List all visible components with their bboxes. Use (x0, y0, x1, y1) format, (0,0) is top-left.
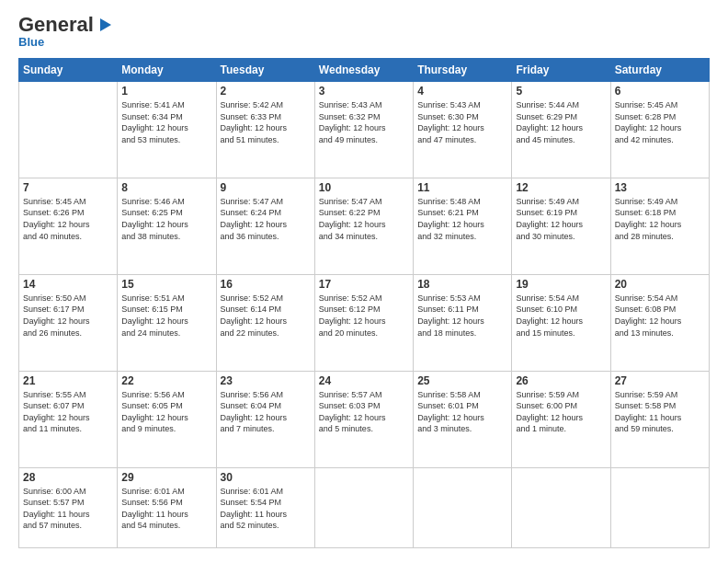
header: General Blue (18, 15, 710, 49)
day-number: 10 (319, 181, 409, 194)
calendar-row-0: 1Sunrise: 5:41 AM Sunset: 6:34 PM Daylig… (19, 82, 710, 178)
day-info: Sunrise: 5:41 AM Sunset: 6:34 PM Dayligh… (121, 99, 211, 145)
logo-general: General (18, 15, 94, 35)
calendar-row-1: 7Sunrise: 5:45 AM Sunset: 6:26 PM Daylig… (19, 178, 710, 274)
weekday-saturday: Saturday (610, 59, 709, 82)
day-number: 14 (23, 278, 113, 291)
weekday-header-row: SundayMondayTuesdayWednesdayThursdayFrid… (19, 59, 710, 82)
svg-marker-0 (100, 18, 111, 31)
logo-blue: Blue (18, 35, 44, 49)
day-number: 7 (23, 181, 113, 194)
day-number: 30 (221, 471, 311, 484)
calendar-cell (512, 467, 610, 548)
weekday-sunday: Sunday (19, 59, 118, 82)
day-info: Sunrise: 5:51 AM Sunset: 6:15 PM Dayligh… (121, 293, 211, 339)
day-info: Sunrise: 5:52 AM Sunset: 6:14 PM Dayligh… (221, 293, 311, 339)
day-number: 24 (319, 374, 409, 387)
calendar-cell: 14Sunrise: 5:50 AM Sunset: 6:17 PM Dayli… (19, 274, 118, 371)
calendar-cell: 12Sunrise: 5:49 AM Sunset: 6:19 PM Dayli… (512, 178, 610, 274)
calendar-cell: 26Sunrise: 5:59 AM Sunset: 6:00 PM Dayli… (512, 371, 610, 467)
day-info: Sunrise: 5:59 AM Sunset: 5:58 PM Dayligh… (615, 389, 705, 435)
day-number: 15 (121, 278, 211, 291)
day-info: Sunrise: 6:01 AM Sunset: 5:54 PM Dayligh… (221, 486, 311, 532)
day-number: 1 (121, 85, 211, 98)
day-info: Sunrise: 5:46 AM Sunset: 6:25 PM Dayligh… (121, 196, 211, 242)
day-info: Sunrise: 5:42 AM Sunset: 6:33 PM Dayligh… (221, 99, 311, 145)
day-info: Sunrise: 5:55 AM Sunset: 6:07 PM Dayligh… (23, 389, 113, 435)
day-info: Sunrise: 5:53 AM Sunset: 6:11 PM Dayligh… (417, 293, 507, 339)
calendar-table: SundayMondayTuesdayWednesdayThursdayFrid… (18, 58, 710, 548)
calendar-cell: 4Sunrise: 5:43 AM Sunset: 6:30 PM Daylig… (414, 82, 512, 178)
day-info: Sunrise: 5:43 AM Sunset: 6:32 PM Dayligh… (319, 99, 409, 145)
day-number: 18 (417, 278, 507, 291)
calendar-cell: 10Sunrise: 5:47 AM Sunset: 6:22 PM Dayli… (314, 178, 413, 274)
day-number: 26 (516, 374, 606, 387)
day-number: 11 (417, 181, 507, 194)
calendar-cell: 16Sunrise: 5:52 AM Sunset: 6:14 PM Dayli… (216, 274, 314, 371)
calendar-cell: 21Sunrise: 5:55 AM Sunset: 6:07 PM Dayli… (19, 371, 118, 467)
day-info: Sunrise: 5:58 AM Sunset: 6:01 PM Dayligh… (417, 389, 507, 435)
day-info: Sunrise: 5:56 AM Sunset: 6:04 PM Dayligh… (221, 389, 311, 435)
day-number: 13 (615, 181, 705, 194)
calendar-cell: 24Sunrise: 5:57 AM Sunset: 6:03 PM Dayli… (314, 371, 413, 467)
weekday-thursday: Thursday (414, 59, 512, 82)
day-info: Sunrise: 5:48 AM Sunset: 6:21 PM Dayligh… (417, 196, 507, 242)
day-number: 2 (221, 85, 311, 98)
weekday-monday: Monday (118, 59, 216, 82)
calendar-cell: 27Sunrise: 5:59 AM Sunset: 5:58 PM Dayli… (610, 371, 709, 467)
calendar-cell: 2Sunrise: 5:42 AM Sunset: 6:33 PM Daylig… (216, 82, 314, 178)
calendar-cell: 13Sunrise: 5:49 AM Sunset: 6:18 PM Dayli… (610, 178, 709, 274)
calendar-row-4: 28Sunrise: 6:00 AM Sunset: 5:57 PM Dayli… (19, 467, 710, 548)
calendar-cell: 9Sunrise: 5:47 AM Sunset: 6:24 PM Daylig… (216, 178, 314, 274)
calendar-cell: 6Sunrise: 5:45 AM Sunset: 6:28 PM Daylig… (610, 82, 709, 178)
day-info: Sunrise: 5:50 AM Sunset: 6:17 PM Dayligh… (23, 293, 113, 339)
day-number: 29 (121, 471, 211, 484)
day-info: Sunrise: 5:49 AM Sunset: 6:19 PM Dayligh… (516, 196, 606, 242)
day-number: 23 (221, 374, 311, 387)
calendar-cell: 1Sunrise: 5:41 AM Sunset: 6:34 PM Daylig… (118, 82, 216, 178)
day-info: Sunrise: 5:44 AM Sunset: 6:29 PM Dayligh… (516, 99, 606, 145)
day-info: Sunrise: 5:47 AM Sunset: 6:24 PM Dayligh… (221, 196, 311, 242)
calendar-row-2: 14Sunrise: 5:50 AM Sunset: 6:17 PM Dayli… (19, 274, 710, 371)
calendar-cell: 20Sunrise: 5:54 AM Sunset: 6:08 PM Dayli… (610, 274, 709, 371)
day-number: 4 (417, 85, 507, 98)
day-info: Sunrise: 5:43 AM Sunset: 6:30 PM Dayligh… (417, 99, 507, 145)
day-number: 27 (615, 374, 705, 387)
calendar-cell: 15Sunrise: 5:51 AM Sunset: 6:15 PM Dayli… (118, 274, 216, 371)
calendar-cell: 29Sunrise: 6:01 AM Sunset: 5:56 PM Dayli… (118, 467, 216, 548)
calendar-cell: 23Sunrise: 5:56 AM Sunset: 6:04 PM Dayli… (216, 371, 314, 467)
calendar-cell: 8Sunrise: 5:46 AM Sunset: 6:25 PM Daylig… (118, 178, 216, 274)
day-number: 17 (319, 278, 409, 291)
day-number: 9 (221, 181, 311, 194)
calendar-cell: 18Sunrise: 5:53 AM Sunset: 6:11 PM Dayli… (414, 274, 512, 371)
calendar-cell: 28Sunrise: 6:00 AM Sunset: 5:57 PM Dayli… (19, 467, 118, 548)
day-number: 16 (221, 278, 311, 291)
calendar-cell: 25Sunrise: 5:58 AM Sunset: 6:01 PM Dayli… (414, 371, 512, 467)
weekday-friday: Friday (512, 59, 610, 82)
day-number: 28 (23, 471, 113, 484)
calendar-cell: 3Sunrise: 5:43 AM Sunset: 6:32 PM Daylig… (314, 82, 413, 178)
calendar-cell: 17Sunrise: 5:52 AM Sunset: 6:12 PM Dayli… (314, 274, 413, 371)
day-info: Sunrise: 5:57 AM Sunset: 6:03 PM Dayligh… (319, 389, 409, 435)
calendar-cell: 30Sunrise: 6:01 AM Sunset: 5:54 PM Dayli… (216, 467, 314, 548)
day-number: 5 (516, 85, 606, 98)
calendar-cell (314, 467, 413, 548)
calendar-cell (414, 467, 512, 548)
day-info: Sunrise: 6:00 AM Sunset: 5:57 PM Dayligh… (23, 486, 113, 532)
day-number: 12 (516, 181, 606, 194)
day-number: 21 (23, 374, 113, 387)
calendar-cell: 7Sunrise: 5:45 AM Sunset: 6:26 PM Daylig… (19, 178, 118, 274)
weekday-tuesday: Tuesday (216, 59, 314, 82)
day-number: 8 (121, 181, 211, 194)
day-number: 25 (417, 374, 507, 387)
calendar-row-3: 21Sunrise: 5:55 AM Sunset: 6:07 PM Dayli… (19, 371, 710, 467)
day-info: Sunrise: 5:45 AM Sunset: 6:26 PM Dayligh… (23, 196, 113, 242)
day-number: 22 (121, 374, 211, 387)
day-number: 3 (319, 85, 409, 98)
calendar-cell: 22Sunrise: 5:56 AM Sunset: 6:05 PM Dayli… (118, 371, 216, 467)
day-info: Sunrise: 5:47 AM Sunset: 6:22 PM Dayligh… (319, 196, 409, 242)
day-info: Sunrise: 5:54 AM Sunset: 6:10 PM Dayligh… (516, 293, 606, 339)
day-info: Sunrise: 6:01 AM Sunset: 5:56 PM Dayligh… (121, 486, 211, 532)
calendar-cell: 19Sunrise: 5:54 AM Sunset: 6:10 PM Dayli… (512, 274, 610, 371)
day-number: 20 (615, 278, 705, 291)
